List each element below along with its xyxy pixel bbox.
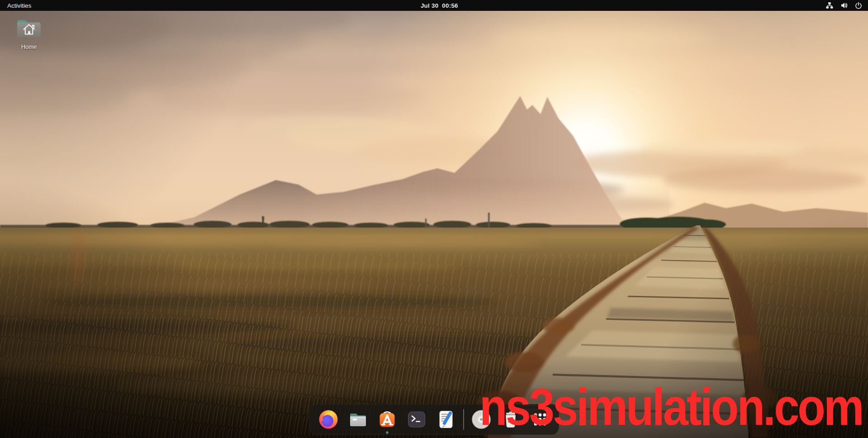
desktop-screen: Activities Jul 30 00:56: [0, 0, 868, 438]
dock-item-text-editor[interactable]: [436, 409, 456, 430]
system-tray[interactable]: [820, 0, 868, 11]
wallpaper: [0, 0, 868, 438]
home-folder-icon: [15, 15, 43, 42]
dock-separator: [463, 409, 464, 430]
volume-icon: [840, 2, 848, 9]
activities-button[interactable]: Activities: [0, 0, 38, 11]
dock-item-firefox[interactable]: [318, 409, 339, 430]
watermark-text: ns3simulation.com: [479, 381, 863, 433]
dock-item-files[interactable]: [347, 409, 368, 430]
clock-label: Jul 30 00:56: [421, 2, 458, 9]
files-icon: [347, 409, 368, 430]
top-panel: Activities Jul 30 00:56: [0, 0, 868, 11]
running-indicator: [386, 431, 389, 434]
app-center-icon: [377, 409, 398, 430]
activities-label: Activities: [7, 2, 31, 9]
network-wired-icon: [826, 2, 833, 9]
dock-item-app-center[interactable]: [377, 409, 398, 430]
wallpaper-art: [0, 0, 868, 438]
home-icon-label: Home: [21, 43, 37, 50]
terminal-icon: [406, 409, 427, 430]
power-icon: [855, 2, 862, 9]
desktop-icon-home[interactable]: Home: [10, 15, 48, 50]
text-editor-icon: [436, 409, 456, 430]
firefox-icon: [318, 409, 339, 430]
dock-item-terminal[interactable]: [406, 409, 427, 430]
clock-button[interactable]: Jul 30 00:56: [410, 0, 458, 16]
